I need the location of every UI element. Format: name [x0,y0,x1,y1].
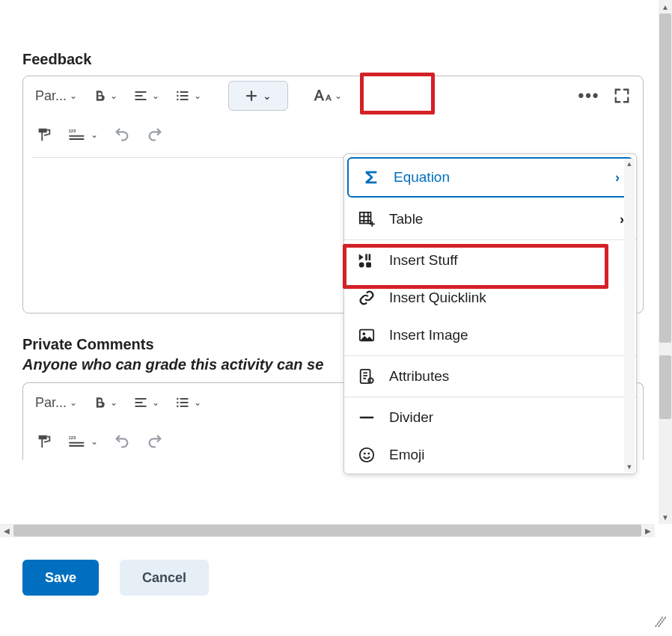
menu-item-label: Emoji [389,447,624,463]
undo-icon [114,433,130,450]
line-spacing-button[interactable]: 123 ⌄ [62,426,104,456]
table-icon [356,211,377,227]
fullscreen-icon [614,88,630,104]
scroll-down-icon: ▼ [624,462,635,472]
menu-item-table[interactable]: Table › [344,201,636,238]
more-icon: ••• [578,86,599,106]
redo-button[interactable] [140,120,170,150]
paragraph-style-button[interactable]: Par... ⌄ [29,81,83,111]
line-spacing-button[interactable]: 123 ⌄ [62,120,104,150]
fullscreen-button[interactable] [607,81,637,111]
svg-point-2 [177,99,179,101]
chevron-down-icon: ⌄ [263,90,272,102]
undo-button[interactable] [107,120,137,150]
undo-button[interactable] [107,426,137,456]
redo-button[interactable] [140,426,170,456]
attributes-icon [356,368,377,385]
scrollbar-thumb[interactable] [659,355,671,419]
menu-item-attributes[interactable]: Attributes [344,358,636,395]
align-button[interactable]: ⌄ [126,81,165,111]
chevron-down-icon: ⌄ [194,397,201,408]
emoji-icon [356,447,377,463]
scroll-down-icon: ▼ [659,510,672,524]
format-painter-icon [36,126,52,143]
menu-item-label: Equation [394,169,603,186]
feedback-heading: Feedback [22,51,668,68]
menu-divider [344,239,636,240]
resize-grip-icon[interactable]: ⫽ [651,612,668,632]
menu-item-insert-stuff[interactable]: Insert Stuff [344,242,636,279]
svg-point-14 [363,332,366,335]
menu-item-divider[interactable]: Divider [344,399,636,436]
chevron-down-icon: ⌄ [91,436,98,447]
menu-item-emoji[interactable]: Emoji [344,436,636,474]
scrollbar-thumb[interactable] [13,525,641,536]
line-spacing-icon: 123 [68,127,88,142]
bold-button[interactable]: ⌄ [86,388,123,418]
font-icon [312,88,332,104]
bold-icon [92,88,107,103]
list-icon [174,395,191,410]
vertical-scrollbar[interactable]: ▲ ▼ [659,0,672,524]
divider-icon [356,409,377,426]
menu-divider [344,355,636,356]
format-painter-button[interactable] [29,120,59,150]
menu-item-label: Table [389,211,608,227]
redo-icon [147,126,163,143]
menu-scrollbar[interactable]: ▲ ▼ [624,159,635,472]
svg-point-18 [364,453,366,455]
menu-item-insert-image[interactable]: Insert Image [344,317,636,354]
scroll-left-icon: ◀ [0,524,13,537]
scroll-up-icon: ▲ [659,0,672,13]
list-button[interactable]: ⌄ [168,388,207,418]
sigma-icon [361,169,382,186]
svg-point-11 [359,263,364,268]
more-button[interactable]: ••• [574,81,604,111]
svg-text:123: 123 [69,435,76,440]
chevron-down-icon: ⌄ [335,91,342,101]
undo-icon [114,126,130,143]
menu-item-label: Attributes [389,368,624,385]
menu-item-label: Insert Image [389,327,624,343]
chevron-down-icon: ⌄ [152,91,159,101]
format-painter-button[interactable] [29,426,59,456]
list-button[interactable]: ⌄ [168,81,207,111]
redo-icon [147,433,163,450]
line-spacing-icon: 123 [68,434,88,449]
menu-item-label: Divider [389,409,624,426]
menu-item-equation[interactable]: Equation › [347,157,633,198]
chevron-down-icon: ⌄ [152,397,159,408]
svg-rect-8 [360,212,371,224]
menu-item-label: Insert Stuff [389,252,624,269]
chevron-down-icon: ⌄ [110,397,117,408]
bold-button[interactable]: ⌄ [86,81,123,111]
menu-item-label: Insert Quicklink [389,290,624,306]
list-icon [174,88,191,103]
paragraph-style-label: Par... [35,88,67,104]
scrollbar-thumb[interactable] [659,13,671,343]
svg-text:123: 123 [69,129,76,133]
chevron-down-icon: ⌄ [70,397,77,408]
save-button[interactable]: Save [22,560,99,596]
chevron-down-icon: ⌄ [91,129,98,140]
align-button[interactable]: ⌄ [126,388,165,418]
menu-item-insert-quicklink[interactable]: Insert Quicklink [344,279,636,317]
cancel-button[interactable]: Cancel [120,560,209,596]
insert-stuff-icon [356,252,377,269]
svg-rect-9 [365,254,367,260]
svg-point-1 [177,95,179,97]
plus-icon [245,89,258,103]
font-button[interactable]: ⌄ [306,81,348,111]
svg-rect-12 [366,263,371,268]
svg-point-6 [177,406,179,408]
horizontal-scrollbar[interactable]: ◀ ▶ [0,524,655,537]
insert-menu-button[interactable]: ⌄ [228,81,288,111]
chevron-right-icon: › [615,170,620,186]
scroll-up-icon: ▲ [624,159,635,169]
svg-rect-10 [369,254,371,260]
menu-divider [344,397,636,397]
link-icon [356,290,377,306]
chevron-down-icon: ⌄ [194,91,201,101]
bold-icon [92,395,107,410]
paragraph-style-button[interactable]: Par... ⌄ [29,388,83,418]
